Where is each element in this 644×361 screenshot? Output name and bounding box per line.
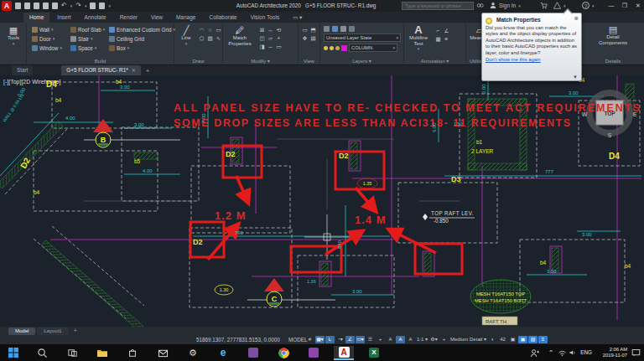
tab-render[interactable]: Render xyxy=(114,13,143,23)
arc-icon[interactable]: ◠ xyxy=(198,26,205,34)
file-tab-document[interactable]: G+5 FLOOR STRUC- R1*✕ xyxy=(61,65,140,75)
caret-icon[interactable]: ▾ xyxy=(108,3,111,8)
stair-button[interactable]: Stair▾ xyxy=(70,34,92,43)
tab-vision-tools[interactable]: Vision Tools xyxy=(245,13,285,23)
pan-icon[interactable]: ✥ xyxy=(301,34,309,42)
minimize-button[interactable]: — xyxy=(605,0,617,11)
ortho-toggle[interactable]: L xyxy=(325,336,335,343)
tab-home[interactable]: Home xyxy=(23,13,49,23)
isolate-objects-button[interactable]: ◐ xyxy=(488,336,497,343)
circle-icon[interactable]: ○ xyxy=(206,26,214,34)
selection-cycling-toggle[interactable]: + xyxy=(376,336,385,343)
autoscale-toggle[interactable]: A xyxy=(396,336,405,343)
cad-drawing[interactable]: [-][Top][2D Wireframe]ALL PANEL SIZE HAV… xyxy=(0,75,644,327)
layer-state-dropdown[interactable]: Unsaved Layer State▾ xyxy=(324,34,401,42)
photos-button[interactable] xyxy=(304,347,324,358)
file-explorer-button[interactable] xyxy=(92,347,112,358)
array-icon[interactable]: + xyxy=(275,34,283,42)
workspace-switching-button[interactable]: ⚙▾ xyxy=(429,336,439,343)
quick-properties-toggle[interactable]: ▨ xyxy=(528,336,538,343)
new-layout-button[interactable]: + xyxy=(70,327,80,335)
mirror-icon[interactable]: ◫ xyxy=(258,34,266,42)
tab-view[interactable]: View xyxy=(145,13,169,23)
autocad-taskbar-button[interactable]: A xyxy=(334,346,354,360)
grid-toggle[interactable]: # xyxy=(305,336,314,343)
scale-icon[interactable]: ▭ xyxy=(275,43,283,50)
tab-insert[interactable]: Insert xyxy=(51,13,76,23)
erase-icon[interactable]: ⊞ xyxy=(258,26,266,34)
save-as-icon[interactable] xyxy=(43,3,49,9)
detail-components-button[interactable]: ▤ Detail Components xyxy=(599,24,627,45)
autocad-logo-icon[interactable]: A xyxy=(2,1,12,11)
isodraft-toggle[interactable]: ∠ xyxy=(345,336,355,343)
open-file-icon[interactable] xyxy=(24,3,30,9)
hatch-icon[interactable]: ▨ xyxy=(206,34,214,42)
layer-isolate-icon[interactable] xyxy=(340,26,346,32)
layer-freeze-icon[interactable] xyxy=(349,26,355,32)
match-properties-button[interactable]: 🖉 Match Properties xyxy=(226,25,254,46)
wall-button[interactable]: Wall▾ xyxy=(32,25,54,34)
rotate-icon[interactable]: ⟲ xyxy=(275,26,283,34)
layer-properties-icon[interactable] xyxy=(324,26,330,32)
hardware-acceleration-toggle[interactable]: ▣ xyxy=(518,336,527,343)
tab-model[interactable]: Model xyxy=(8,327,35,335)
modify-panel-label[interactable]: Modify ▾ xyxy=(223,58,298,64)
annotation-panel-label[interactable]: Annotation ▾ xyxy=(404,58,465,64)
layers-panel-label[interactable]: Layers ▾ xyxy=(320,58,403,64)
help-button[interactable]: ? ▾ xyxy=(582,2,595,9)
network-button[interactable] xyxy=(556,347,568,358)
customization-button[interactable]: ≡ xyxy=(538,336,548,343)
volume-button[interactable] xyxy=(567,347,579,358)
viewport-icon[interactable]: ▭ xyxy=(301,26,309,34)
edge-button[interactable]: e xyxy=(213,347,233,358)
action-center-button[interactable] xyxy=(629,347,642,358)
lineweight-toggle[interactable]: ☰ xyxy=(366,336,375,343)
named-view-icon[interactable]: ▤ xyxy=(309,34,317,42)
polar-toggle[interactable]: ◔▾ xyxy=(335,336,345,343)
space-button[interactable]: Space▾ xyxy=(70,44,96,52)
chevron-down-icon[interactable]: ▼ xyxy=(573,75,578,80)
chrome-button[interactable] xyxy=(273,347,293,358)
maximize-button[interactable]: ❐ xyxy=(619,0,631,11)
language-indicator[interactable]: ENG xyxy=(580,349,592,355)
app-store-button[interactable] xyxy=(540,2,548,9)
tools-button[interactable]: ▦ Tools ▾ xyxy=(1,25,26,46)
trim-icon[interactable]: ◨ xyxy=(258,43,266,50)
undo-icon[interactable]: ↶ xyxy=(61,3,67,9)
offset-icon[interactable]: ▱ xyxy=(267,34,274,42)
caret-icon[interactable]: ▾ xyxy=(70,3,73,8)
layer-lock-icon[interactable] xyxy=(335,46,340,50)
enhanced-custom-grid-button[interactable]: Enhanced Custom Grid▾ xyxy=(109,25,175,34)
mail-button[interactable] xyxy=(153,347,173,358)
table-icon[interactable]: ▦ xyxy=(434,35,442,43)
snap-toggle[interactable]: ▦▾ xyxy=(315,336,325,343)
close-icon[interactable]: ✕ xyxy=(132,68,136,73)
dimension-icon[interactable]: ⌐ xyxy=(434,27,442,34)
ceiling-grid-button[interactable]: Ceiling Grid xyxy=(109,34,144,43)
task-view-button[interactable] xyxy=(62,347,82,358)
clean-screen-toggle[interactable]: ▣ xyxy=(508,336,517,343)
move-icon[interactable]: ↔ xyxy=(267,26,274,34)
start-button[interactable] xyxy=(3,347,23,358)
tab-manage[interactable]: Manage xyxy=(170,13,202,23)
osnap-toggle[interactable]: ▭▾ xyxy=(356,336,365,343)
text-style-icon[interactable]: ≡ xyxy=(443,35,450,43)
layer-on-icon[interactable] xyxy=(324,46,328,50)
box-button[interactable]: Box▾ xyxy=(109,44,129,52)
redo-icon[interactable]: ↷ xyxy=(75,3,81,9)
annotation-monitor-toggle[interactable]: + xyxy=(439,336,449,343)
roof-slab-button[interactable]: Roof Slab▾ xyxy=(70,25,105,34)
drawing-area[interactable]: [-][Top][2D Wireframe]ALL PANEL SIZE HAV… xyxy=(0,75,644,327)
window-button[interactable]: Window▾ xyxy=(32,44,62,52)
taskbar-search-button[interactable] xyxy=(32,347,52,358)
detail-level-dropdown[interactable]: Medium Detail ▾ xyxy=(449,336,487,343)
layer-dropdown[interactable]: COLUMN▾ xyxy=(349,44,397,52)
sign-in-button[interactable]: Sign In ▾ xyxy=(490,2,521,9)
fillet-icon[interactable]: ─ xyxy=(267,43,274,50)
ribbon-display-toggle[interactable]: ▭ ▾ xyxy=(287,13,308,23)
tab-annotate[interactable]: Annotate xyxy=(79,13,112,23)
shade-icon[interactable]: ⬒ xyxy=(309,26,317,34)
dont-show-again-link[interactable]: Don't show me this again xyxy=(486,56,578,63)
rectangle-icon[interactable]: ▭ xyxy=(215,26,222,34)
app-tile-button[interactable] xyxy=(243,347,263,358)
